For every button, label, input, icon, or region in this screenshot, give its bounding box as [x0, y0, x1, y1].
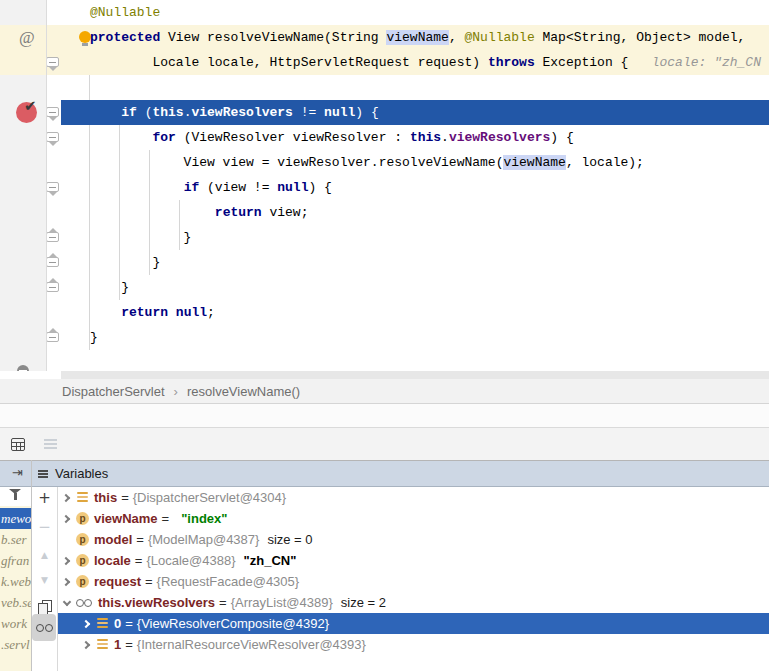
code-line[interactable]: View view = viewResolver.resolveViewName… [0, 150, 769, 175]
code-line[interactable]: } [0, 250, 769, 275]
variable-value: {DispatcherServlet@4304} [133, 490, 286, 505]
code-token: (view != [199, 180, 277, 195]
variable-row[interactable]: plocale={Locale@4388}"zh_CN" [58, 550, 769, 571]
code-token: return [121, 305, 168, 320]
code-token [90, 180, 184, 195]
variable-row[interactable]: this.viewResolvers={ArrayList@4389}size … [58, 592, 769, 613]
frame-row[interactable]: b.ser [0, 529, 31, 550]
fold-marker-icon[interactable] [46, 107, 59, 117]
menu-icon[interactable] [38, 470, 48, 472]
chevron-right-icon [81, 640, 89, 648]
code-line[interactable]: return null; [0, 300, 769, 325]
breadcrumb-item-class[interactable]: DispatcherServlet [62, 384, 165, 399]
frame-row[interactable]: work [0, 613, 31, 634]
code-line[interactable]: for (ViewResolver viewResolver : this.vi… [0, 125, 769, 150]
evaluate-expression-button[interactable] [8, 434, 28, 454]
variable-row[interactable]: pviewName="index" [58, 508, 769, 529]
fold-circle-icon[interactable] [17, 365, 29, 371]
frame-row[interactable]: mewo [0, 508, 31, 529]
code-token: View resolveViewName(String [160, 30, 386, 45]
variable-name: 0 [114, 616, 121, 631]
code-token: null [277, 180, 308, 195]
code-token: @Nullable [465, 30, 535, 45]
variable-row[interactable]: 1={InternalResourceViewResolver@4393} [58, 634, 769, 655]
show-watches-in-variables-button[interactable] [32, 614, 56, 641]
variable-row[interactable]: 0={ViewResolverComposite@4392} [58, 613, 769, 634]
variable-name: model [94, 532, 132, 547]
variable-row[interactable]: this={DispatcherServlet@4304} [58, 487, 769, 508]
horizontal-scrollbar[interactable] [61, 371, 769, 379]
variable-extra: size = 2 [341, 595, 386, 610]
variables-panel-header: ⇥ Variables [0, 460, 769, 487]
variable-row[interactable]: prequest={RequestFacade@4305} [58, 571, 769, 592]
add-watch-button[interactable]: + [34, 487, 55, 508]
code-line[interactable]: } [0, 275, 769, 300]
equals-sign: = [219, 595, 227, 610]
code-line[interactable]: Locale locale, HttpServletRequest reques… [0, 50, 769, 75]
code-text: } [90, 250, 160, 275]
breadcrumb-item-method[interactable]: resolveViewName() [187, 384, 300, 399]
code-token [90, 105, 121, 120]
code-line[interactable]: } [0, 225, 769, 250]
fold-marker-icon[interactable] [46, 232, 59, 242]
expand-arrow[interactable] [60, 512, 73, 525]
equals-sign: = [121, 490, 129, 505]
expand-arrow[interactable] [60, 491, 73, 504]
expand-arrow[interactable] [60, 596, 73, 609]
fold-marker-icon[interactable] [46, 132, 59, 142]
code-token: throws [488, 55, 535, 70]
bars-icon [44, 439, 57, 449]
move-watch-down-button[interactable]: ▼ [34, 569, 55, 590]
intention-bulb-icon[interactable] [79, 31, 91, 43]
ide-debug-screen: @Nullableprotected View resolveViewName(… [0, 0, 769, 671]
expand-arrow[interactable] [80, 638, 93, 651]
code-token: null [324, 105, 355, 120]
gutter-separator [46, 0, 47, 371]
code-line[interactable]: if (this.viewResolvers != null) { [0, 100, 769, 125]
fold-marker-icon[interactable] [46, 57, 59, 67]
move-watch-up-button[interactable]: ▲ [34, 544, 55, 565]
object-icon [76, 491, 89, 504]
variable-value: {ViewResolverComposite@4392} [137, 616, 329, 631]
expand-arrow[interactable] [60, 533, 73, 546]
code-token: locale: "zh_CN [636, 55, 761, 70]
expand-arrow[interactable] [80, 617, 93, 630]
fold-marker-icon[interactable] [46, 332, 59, 342]
code-line[interactable]: if (view != null) { [0, 175, 769, 200]
frame-row[interactable]: k.web [0, 571, 31, 592]
variable-name: locale [94, 553, 131, 568]
equals-sign: = [135, 553, 143, 568]
grid-icon [11, 438, 25, 451]
code-text: Locale locale, HttpServletRequest reques… [90, 50, 761, 75]
code-editor[interactable]: @Nullableprotected View resolveViewName(… [0, 0, 769, 371]
code-line[interactable]: return view; [0, 200, 769, 225]
fold-marker-icon[interactable] [46, 282, 59, 292]
fold-marker-icon[interactable] [46, 182, 59, 192]
code-token: viewResolvers [449, 130, 550, 145]
code-token: } [90, 330, 98, 345]
fold-marker-icon[interactable] [46, 257, 59, 267]
breakpoint-icon[interactable] [16, 102, 37, 123]
remove-watch-button[interactable]: − [34, 516, 55, 537]
filter-funnel-icon[interactable] [9, 488, 23, 502]
frame-row[interactable]: veb.se [0, 592, 31, 613]
frame-row[interactable]: gfran [0, 550, 31, 571]
code-token: protected [90, 30, 160, 45]
code-text: return view; [90, 200, 308, 225]
code-line[interactable]: protected View resolveViewName(String vi… [0, 25, 769, 50]
code-line[interactable]: @Nullable [0, 0, 769, 25]
expand-arrow[interactable] [60, 575, 73, 588]
annotation-gutter-icon [19, 25, 35, 50]
expand-arrow[interactable] [60, 554, 73, 567]
code-line[interactable] [0, 75, 769, 100]
equals-sign: = [125, 637, 133, 652]
code-token [90, 305, 121, 320]
variable-row[interactable]: pmodel={ModelMap@4387}size = 0 [58, 529, 769, 550]
layout-settings-button[interactable] [40, 434, 60, 454]
variable-name: 1 [114, 637, 121, 652]
code-line[interactable]: } [0, 325, 769, 350]
hide-panel-button[interactable]: ⇥ [12, 465, 23, 480]
code-token: ) { [550, 130, 573, 145]
frame-row[interactable]: .servl [0, 634, 31, 655]
code-token: null [176, 305, 207, 320]
